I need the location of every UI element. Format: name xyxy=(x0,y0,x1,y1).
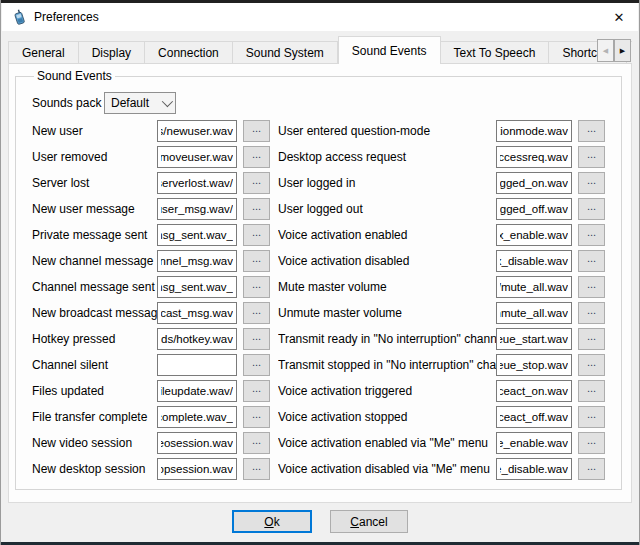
sound-event-row: User removed... xyxy=(32,146,270,168)
sound-file-input[interactable] xyxy=(157,250,237,272)
sound-event-label: Hotkey pressed xyxy=(32,332,157,346)
tab-connection[interactable]: Connection xyxy=(145,41,233,64)
sound-file-input[interactable] xyxy=(157,380,237,402)
sound-event-row: Desktop access request... xyxy=(278,146,605,168)
sound-file-input[interactable] xyxy=(157,224,237,246)
browse-button[interactable]: ... xyxy=(243,172,270,194)
browse-button[interactable]: ... xyxy=(243,198,270,220)
sound-file-input[interactable] xyxy=(496,458,572,480)
sound-event-row: New broadcast message... xyxy=(32,302,270,324)
tab-scroll-left-icon[interactable]: ◀ xyxy=(597,39,614,62)
browse-button[interactable]: ... xyxy=(578,432,605,454)
browse-button[interactable]: ... xyxy=(243,406,270,428)
browse-button[interactable]: ... xyxy=(578,120,605,142)
groupbox-title: Sound Events xyxy=(34,69,115,83)
sound-event-row: Channel message sent... xyxy=(32,276,270,298)
sound-event-label: Voice activation disabled via "Me" menu xyxy=(278,462,496,476)
screen-edge-top xyxy=(1,0,639,3)
sound-file-input[interactable] xyxy=(496,224,572,246)
tab-sound-system[interactable]: Sound System xyxy=(233,41,338,64)
sound-event-label: Transmit stopped in "No interruption" ch… xyxy=(278,358,496,372)
sound-file-input[interactable] xyxy=(496,354,572,376)
browse-button[interactable]: ... xyxy=(243,224,270,246)
browse-button[interactable]: ... xyxy=(243,276,270,298)
sound-event-row: User logged out... xyxy=(278,198,605,220)
browse-button[interactable]: ... xyxy=(578,302,605,324)
sound-file-input[interactable] xyxy=(157,120,237,142)
tab-sound-events[interactable]: Sound Events xyxy=(338,36,441,64)
browse-button[interactable]: ... xyxy=(243,328,270,350)
sound-file-input[interactable] xyxy=(496,198,572,220)
tab-scroll-right-icon[interactable]: ▶ xyxy=(614,39,631,62)
sound-file-input[interactable] xyxy=(157,406,237,428)
sound-event-row: New user message... xyxy=(32,198,270,220)
browse-button[interactable]: ... xyxy=(243,432,270,454)
sound-file-input[interactable] xyxy=(496,406,572,428)
tab-general[interactable]: General xyxy=(8,41,79,64)
browse-button[interactable]: ... xyxy=(578,276,605,298)
close-icon[interactable]: ✕ xyxy=(600,3,638,31)
sound-event-label: Files updated xyxy=(32,384,157,398)
cancel-button[interactable]: Cancel xyxy=(330,510,408,533)
sound-event-row: Voice activation enabled via "Me" menu..… xyxy=(278,432,605,454)
sound-file-input[interactable] xyxy=(157,146,237,168)
sound-file-input[interactable] xyxy=(496,328,572,350)
tab-display[interactable]: Display xyxy=(79,41,145,64)
sound-file-input[interactable] xyxy=(496,120,572,142)
sound-event-label: New user message xyxy=(32,202,157,216)
sound-file-input[interactable] xyxy=(496,250,572,272)
browse-button[interactable]: ... xyxy=(243,354,270,376)
browse-button[interactable]: ... xyxy=(578,172,605,194)
browse-button[interactable]: ... xyxy=(243,302,270,324)
sound-file-input[interactable] xyxy=(157,172,237,194)
sound-file-input[interactable] xyxy=(157,276,237,298)
sound-file-input[interactable] xyxy=(496,172,572,194)
sound-file-input[interactable] xyxy=(157,328,237,350)
browse-button[interactable]: ... xyxy=(578,250,605,272)
browse-button[interactable]: ... xyxy=(243,380,270,402)
tab-label: Sound Events xyxy=(352,44,427,58)
browse-button[interactable]: ... xyxy=(243,120,270,142)
browse-button[interactable]: ... xyxy=(578,328,605,350)
browse-button[interactable]: ... xyxy=(243,458,270,480)
browse-button[interactable]: ... xyxy=(578,198,605,220)
window-title: Preferences xyxy=(34,10,99,24)
browse-button[interactable]: ... xyxy=(243,250,270,272)
browse-button[interactable]: ... xyxy=(578,380,605,402)
sound-event-row: Voice activation triggered... xyxy=(278,380,605,402)
sound-file-input[interactable] xyxy=(496,276,572,298)
sound-file-input[interactable] xyxy=(496,146,572,168)
sound-file-input[interactable] xyxy=(157,302,237,324)
sound-file-input[interactable] xyxy=(157,432,237,454)
browse-button[interactable]: ... xyxy=(578,406,605,428)
sound-events-tab-page: Sound Events Sounds pack Default New use… xyxy=(8,63,632,503)
sound-event-row: Transmit stopped in "No interruption" ch… xyxy=(278,354,605,376)
sound-event-row: User entered question-mode... xyxy=(278,120,605,142)
browse-button[interactable]: ... xyxy=(243,146,270,168)
ok-button[interactable]: Ok xyxy=(232,510,312,533)
sound-file-input[interactable] xyxy=(157,458,237,480)
sound-event-label: New user xyxy=(32,124,157,138)
sounds-pack-select[interactable]: Default xyxy=(104,92,176,114)
browse-button[interactable]: ... xyxy=(578,146,605,168)
sound-event-row: Channel silent... xyxy=(32,354,270,376)
browse-button[interactable]: ... xyxy=(578,458,605,480)
tab-bar: GeneralDisplayConnectionSound SystemSoun… xyxy=(8,33,632,64)
browse-button[interactable]: ... xyxy=(578,224,605,246)
tab-text-to-speech[interactable]: Text To Speech xyxy=(441,41,550,64)
sound-events-groupbox: Sound Events Sounds pack Default New use… xyxy=(15,69,622,490)
sound-event-row: Voice activation disabled via "Me" menu.… xyxy=(278,458,605,480)
tab-label: Display xyxy=(92,46,131,60)
sound-event-label: Private message sent xyxy=(32,228,157,242)
sound-file-input[interactable] xyxy=(496,432,572,454)
sound-file-input[interactable] xyxy=(496,302,572,324)
titlebar[interactable]: Preferences ✕ xyxy=(2,3,638,31)
sound-file-input[interactable] xyxy=(496,380,572,402)
sound-event-row: Voice activation stopped... xyxy=(278,406,605,428)
browse-button[interactable]: ... xyxy=(578,354,605,376)
sound-event-label: New video session xyxy=(32,436,157,450)
sound-file-input[interactable] xyxy=(157,354,237,376)
sound-file-input[interactable] xyxy=(157,198,237,220)
chevron-down-icon xyxy=(162,96,173,107)
sound-events-columns: New user...User removed...Server lost...… xyxy=(32,120,613,489)
